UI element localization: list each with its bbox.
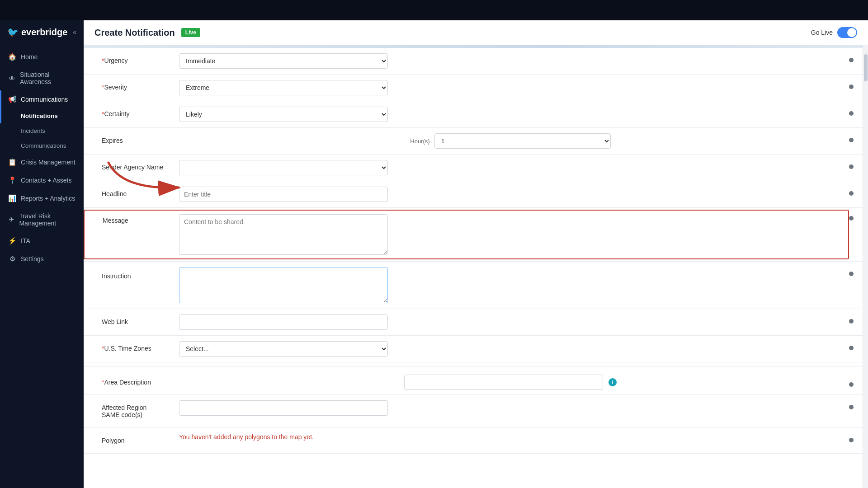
scrollbar-thumb[interactable] bbox=[864, 54, 868, 81]
certainty-info-dot[interactable] bbox=[849, 111, 854, 116]
us-time-zones-select[interactable]: Select... bbox=[179, 341, 388, 357]
polygon-label: Polygon bbox=[84, 433, 172, 448]
headline-row: Headline bbox=[84, 181, 863, 208]
message-label: Message bbox=[84, 210, 172, 259]
headline-info-dot[interactable] bbox=[849, 191, 854, 196]
sender-agency-label-text: Sender Agency Name bbox=[102, 164, 163, 171]
sender-agency-row: Sender Agency Name bbox=[84, 155, 863, 181]
polygon-info-dot[interactable] bbox=[849, 438, 854, 442]
severity-label-text: Severity bbox=[104, 84, 127, 91]
us-time-zones-row: *U.S. Time Zones Select... bbox=[84, 336, 863, 362]
instruction-textarea[interactable] bbox=[179, 267, 388, 303]
instruction-info-dot[interactable] bbox=[849, 272, 854, 276]
instruction-label-text: Instruction bbox=[102, 272, 131, 280]
crisis-management-icon: 📋 bbox=[8, 158, 16, 166]
certainty-select[interactable]: Likely Observed Possible Unlikely Unknow… bbox=[179, 107, 388, 122]
area-description-label: *Area Description bbox=[84, 375, 172, 389]
sidebar-subitem-incidents[interactable]: Incidents bbox=[0, 123, 84, 138]
expires-info-dot[interactable] bbox=[849, 138, 854, 142]
sidebar-item-contacts-assets[interactable]: 📍 Contacts + Assets bbox=[0, 171, 84, 189]
expires-select[interactable]: 1 2 3 6 12 24 bbox=[434, 133, 611, 149]
sidebar-item-crisis-management[interactable]: 📋 Crisis Management bbox=[0, 153, 84, 171]
content-area: *Urgency Immediate Expected Future Past … bbox=[84, 45, 868, 488]
situational-awareness-icon: 👁 bbox=[8, 75, 15, 82]
us-time-zones-label-text: U.S. Time Zones bbox=[104, 345, 151, 352]
us-time-zones-info-dot[interactable] bbox=[849, 346, 854, 350]
headline-label-text: Headline bbox=[102, 190, 127, 197]
sidebar-item-ita[interactable]: ⚡ ITA bbox=[0, 232, 84, 250]
sidebar-item-ita-label: ITA bbox=[21, 237, 30, 244]
header-left: Create Notification Live bbox=[94, 28, 200, 38]
ita-icon: ⚡ bbox=[8, 237, 16, 245]
headline-input[interactable] bbox=[179, 187, 388, 202]
web-link-input[interactable] bbox=[179, 314, 388, 330]
severity-row: *Severity Extreme Severe Moderate Minor … bbox=[84, 75, 863, 101]
sidebar-item-travel-risk[interactable]: ✈ Travel Risk Management bbox=[0, 207, 84, 232]
sender-agency-info-dot[interactable] bbox=[849, 164, 854, 169]
sidebar-item-travel-risk-label: Travel Risk Management bbox=[19, 212, 75, 227]
main-wrapper: Create Notification Live Go Live *Urgenc… bbox=[84, 0, 868, 488]
header-right: Go Live bbox=[811, 27, 857, 38]
severity-info-dot[interactable] bbox=[849, 84, 854, 89]
headline-label: Headline bbox=[84, 187, 172, 201]
message-textarea[interactable] bbox=[179, 214, 388, 255]
affected-region-info-dot[interactable] bbox=[849, 405, 854, 409]
sidebar-item-settings[interactable]: ⚙ Settings bbox=[0, 250, 84, 268]
severity-label: *Severity bbox=[84, 80, 172, 94]
polygon-field: You haven't added any polygons to the ma… bbox=[172, 433, 849, 441]
urgency-info-dot[interactable] bbox=[849, 58, 854, 62]
sender-agency-label: Sender Agency Name bbox=[84, 160, 172, 174]
area-description-info-icon[interactable]: i bbox=[609, 378, 617, 386]
form-divider bbox=[84, 366, 863, 366]
area-description-info-dot[interactable] bbox=[849, 382, 854, 387]
sidebar-subitem-notifications[interactable]: Notifications bbox=[0, 108, 84, 123]
affected-region-input[interactable] bbox=[179, 400, 388, 416]
page-header: Create Notification Live Go Live bbox=[84, 20, 868, 45]
area-description-input[interactable] bbox=[404, 375, 603, 390]
affected-region-field bbox=[172, 400, 849, 416]
go-live-toggle[interactable] bbox=[837, 27, 857, 38]
sidebar-item-situational-awareness[interactable]: 👁 Situational Awareness bbox=[0, 66, 84, 90]
certainty-field: Likely Observed Possible Unlikely Unknow… bbox=[172, 107, 849, 122]
message-info-dot[interactable] bbox=[849, 216, 854, 221]
sender-agency-select[interactable] bbox=[179, 160, 388, 175]
polygon-message: You haven't added any polygons to the ma… bbox=[179, 433, 314, 441]
polygon-label-text: Polygon bbox=[102, 437, 125, 444]
web-link-info-dot[interactable] bbox=[849, 319, 854, 324]
affected-region-label-text: Affected Region SAME code(s) bbox=[102, 404, 146, 418]
us-time-zones-label: *U.S. Time Zones bbox=[84, 341, 172, 356]
web-link-row: Web Link bbox=[84, 309, 863, 336]
sidebar-logo: 🐦 everbridge « bbox=[0, 20, 84, 44]
expires-label-text: Expires bbox=[102, 137, 123, 144]
sidebar: 🐦 everbridge « 🏠 Home 👁 Situational Awar… bbox=[0, 0, 84, 488]
reports-analytics-icon: 📊 bbox=[8, 194, 16, 202]
sidebar-item-reports-analytics[interactable]: 📊 Reports + Analytics bbox=[0, 189, 84, 207]
sidebar-item-crisis-management-label: Crisis Management bbox=[21, 159, 75, 166]
us-time-zones-field: Select... bbox=[172, 341, 849, 357]
live-badge: Live bbox=[181, 28, 200, 37]
sidebar-item-reports-analytics-label: Reports + Analytics bbox=[21, 195, 75, 202]
sidebar-collapse-button[interactable]: « bbox=[73, 28, 76, 36]
urgency-label: *Urgency bbox=[84, 53, 172, 68]
expires-label: Expires bbox=[84, 133, 172, 148]
severity-field: Extreme Severe Moderate Minor Unknown bbox=[172, 80, 849, 95]
go-live-label: Go Live bbox=[811, 29, 833, 36]
web-link-field bbox=[172, 314, 849, 330]
instruction-row: Instruction bbox=[84, 262, 863, 309]
scrollbar[interactable] bbox=[863, 45, 868, 488]
expires-row: Expires Hour(s) 1 2 3 6 12 24 bbox=[84, 128, 863, 155]
sidebar-subitem-communications[interactable]: Communications bbox=[0, 138, 84, 153]
severity-select[interactable]: Extreme Severe Moderate Minor Unknown bbox=[179, 80, 388, 95]
sidebar-item-home[interactable]: 🏠 Home bbox=[0, 48, 84, 66]
certainty-label: *Certainty bbox=[84, 107, 172, 121]
logo: 🐦 everbridge bbox=[7, 27, 67, 38]
sidebar-item-home-label: Home bbox=[21, 53, 38, 61]
certainty-row: *Certainty Likely Observed Possible Unli… bbox=[84, 101, 863, 128]
sidebar-item-communications[interactable]: 📢 Communications bbox=[0, 90, 84, 108]
urgency-select[interactable]: Immediate Expected Future Past Unknown bbox=[179, 53, 388, 69]
instruction-field bbox=[172, 267, 849, 303]
sender-agency-field bbox=[172, 160, 849, 175]
logo-text: everbridge bbox=[21, 27, 67, 38]
area-description-field: i bbox=[172, 375, 849, 390]
message-field bbox=[172, 210, 849, 259]
